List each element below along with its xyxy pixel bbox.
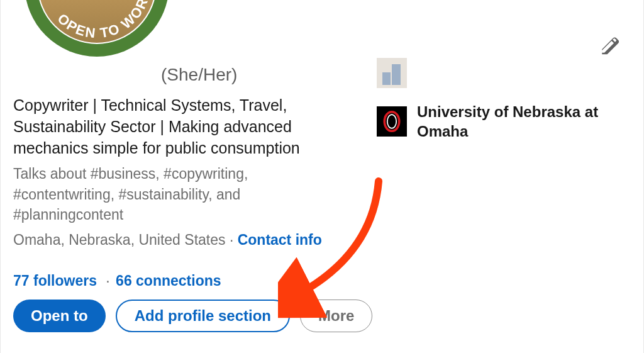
add-profile-section-button[interactable]: Add profile section	[116, 300, 290, 332]
connections-link[interactable]: 66 connections	[116, 272, 221, 289]
talks-about: Talks about #business, #copywriting, #co…	[13, 164, 328, 225]
edit-profile-button[interactable]	[597, 34, 621, 58]
more-button[interactable]: More	[300, 300, 372, 332]
school-name: University of Nebraska at Omaha	[417, 102, 616, 141]
action-row: Open to Add profile section More	[13, 300, 372, 332]
company-logo-icon	[377, 58, 407, 88]
svg-point-2	[387, 115, 396, 128]
open-to-button[interactable]: Open to	[13, 300, 106, 332]
pronouns: (She/Her)	[161, 65, 237, 84]
school-logo-icon	[377, 106, 407, 137]
stats-row: 77 followers · 66 connections	[13, 272, 221, 289]
headline: Copywriter | Technical Systems, Travel, …	[13, 94, 340, 159]
school-row[interactable]: University of Nebraska at Omaha	[377, 102, 616, 141]
profile-avatar[interactable]: OPEN TO WORK	[25, 0, 169, 57]
followers-link[interactable]: 77 followers	[13, 272, 97, 289]
open-to-work-ring: OPEN TO WORK	[25, 0, 169, 57]
pencil-icon	[599, 36, 619, 56]
contact-info-link[interactable]: Contact info	[238, 232, 322, 248]
avatar-image	[37, 0, 157, 44]
location-row: Omaha, Nebraska, United States · Contact…	[13, 232, 322, 249]
location-text: Omaha, Nebraska, United States	[13, 232, 226, 248]
organizations-sidebar: University of Nebraska at Omaha	[377, 58, 616, 155]
name-row: (She/Her)	[13, 65, 237, 85]
company-row[interactable]	[377, 58, 616, 88]
